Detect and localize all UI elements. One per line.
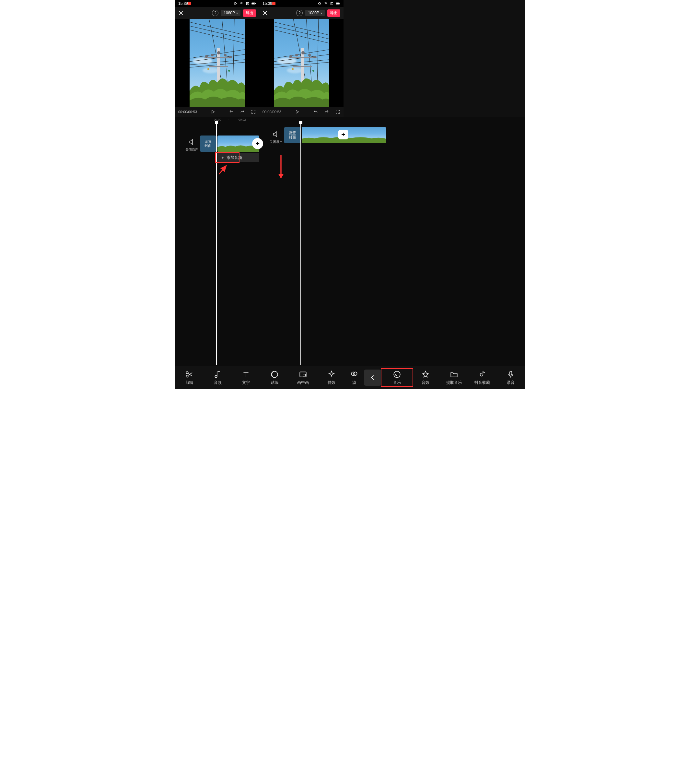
sparkle-icon: [327, 370, 336, 379]
svg-point-50: [186, 372, 188, 374]
tool-pip[interactable]: 画中画: [289, 370, 317, 386]
status-right: [188, 2, 191, 5]
sticker-icon: [270, 370, 279, 379]
nodata-icon: [245, 2, 250, 5]
svg-rect-39: [289, 57, 317, 58]
playhead[interactable]: [300, 122, 301, 365]
playback-bar: 00:00/00:53: [259, 107, 343, 117]
svg-line-4: [190, 22, 245, 35]
svg-rect-3: [255, 3, 256, 4]
record-indicator-icon: [188, 2, 191, 5]
battery-icon: [336, 2, 340, 5]
svg-point-56: [353, 372, 357, 376]
export-button[interactable]: 导出: [243, 9, 256, 17]
export-button[interactable]: 导出: [327, 9, 340, 17]
microphone-icon: [507, 370, 515, 379]
svg-point-43: [308, 54, 311, 57]
play-icon[interactable]: [210, 109, 215, 114]
highlight-music-tool: [381, 368, 413, 387]
mute-icon: [188, 138, 196, 146]
time-display: 00:00/00:53: [178, 110, 197, 114]
redo-icon[interactable]: [324, 109, 329, 114]
time-display: 00:00/00:53: [262, 110, 281, 114]
svg-point-44: [313, 56, 316, 58]
folder-icon: [450, 370, 458, 379]
svg-point-19: [224, 54, 227, 57]
timeline-left[interactable]: 00:00 · 00:02 · 关闭原声 设置 封面 + ＋ 添加音: [175, 117, 259, 366]
editor-toolbar: ? 1080P 导出: [175, 7, 259, 19]
svg-line-28: [274, 22, 329, 35]
chevron-left-icon: [369, 374, 376, 381]
fullscreen-icon[interactable]: [335, 109, 340, 114]
svg-point-23: [228, 70, 230, 72]
tool-extract-music[interactable]: 提取音乐: [440, 370, 468, 386]
undo-icon[interactable]: [229, 109, 234, 114]
vibrate-icon: [233, 2, 238, 5]
svg-point-47: [312, 70, 314, 72]
svg-rect-15: [205, 57, 232, 58]
tool-record[interactable]: 录音: [497, 370, 525, 386]
tool-music[interactable]: 音乐: [383, 370, 411, 386]
status-time: 15:39: [178, 1, 188, 6]
svg-point-41: [295, 54, 298, 57]
resolution-dropdown[interactable]: 1080P: [305, 10, 325, 16]
mute-original-button[interactable]: 关闭原声: [185, 138, 198, 152]
svg-point-20: [229, 56, 232, 58]
help-icon[interactable]: ?: [212, 10, 218, 16]
tool-edit[interactable]: 剪辑: [175, 370, 203, 386]
highlight-arrow-1: [217, 163, 230, 177]
tool-effects[interactable]: 特效: [317, 370, 346, 386]
top-filler: [343, 0, 525, 117]
vibrate-icon: [317, 2, 322, 5]
svg-point-51: [186, 375, 188, 377]
submenu-back-button[interactable]: [364, 369, 382, 386]
redo-icon[interactable]: [240, 109, 245, 114]
pip-icon: [299, 370, 307, 379]
set-cover-button[interactable]: 设置 封面: [284, 127, 300, 143]
text-icon: [242, 370, 250, 379]
tool-douyin-favorites[interactable]: 抖音收藏: [468, 370, 497, 386]
svg-line-29: [274, 26, 329, 39]
add-clip-button[interactable]: +: [338, 130, 348, 139]
svg-point-46: [292, 68, 293, 70]
tool-sound-effect[interactable]: 音效: [411, 370, 440, 386]
timeline-right[interactable]: 关闭原声 设置 封面: [259, 117, 343, 366]
star-icon: [421, 370, 430, 379]
svg-line-48: [219, 166, 226, 174]
resolution-dropdown[interactable]: 1080P: [221, 10, 240, 16]
video-preview[interactable]: [190, 19, 245, 107]
timeline-overflow[interactable]: +: [343, 117, 525, 366]
tool-sticker[interactable]: 贴纸: [260, 370, 289, 386]
mute-icon: [272, 130, 280, 138]
fullscreen-icon[interactable]: [251, 109, 256, 114]
svg-rect-58: [510, 371, 512, 375]
playback-bar: 00:00/00:53: [175, 107, 259, 117]
svg-line-5: [190, 26, 245, 39]
wifi-icon: [239, 2, 244, 5]
close-icon[interactable]: [262, 10, 268, 15]
set-cover-button[interactable]: 设置 封面: [200, 135, 216, 152]
close-icon[interactable]: [178, 10, 183, 15]
status-bar: 15:39: [259, 0, 343, 7]
tool-text[interactable]: 文字: [232, 370, 260, 386]
play-icon[interactable]: [295, 109, 300, 114]
mute-original-button[interactable]: 关闭原声: [270, 130, 283, 144]
left-screen: 15:39 ? 1080P 导出: [175, 0, 259, 117]
right-screen: 15:39 ? 1080P 导出: [259, 0, 343, 117]
tool-audio[interactable]: 音频: [203, 370, 232, 386]
svg-point-16: [205, 55, 208, 58]
undo-icon[interactable]: [313, 109, 318, 114]
svg-line-30: [274, 30, 329, 43]
help-icon[interactable]: ?: [296, 10, 303, 16]
svg-rect-21: [209, 66, 228, 67]
svg-point-52: [271, 371, 278, 378]
mute-label: 关闭原声: [185, 147, 198, 152]
douyin-icon: [478, 370, 487, 379]
svg-rect-26: [337, 3, 339, 4]
tool-filter-partial[interactable]: 滤: [346, 370, 363, 386]
video-preview[interactable]: [274, 19, 329, 107]
music-note-icon: [213, 370, 222, 379]
scissors-icon: [185, 370, 193, 379]
status-time: 15:39: [262, 1, 272, 6]
status-icons: [233, 2, 256, 5]
